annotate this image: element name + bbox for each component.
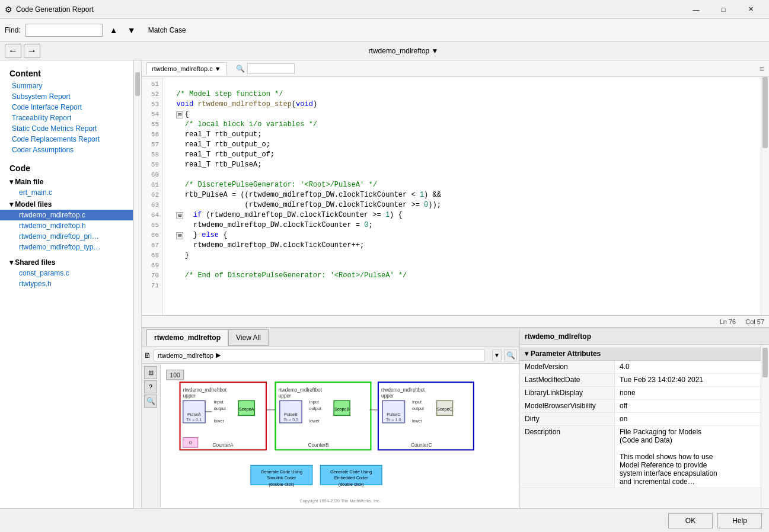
sidebar-scroll-thumb[interactable] <box>135 72 140 96</box>
code-search-icon: 🔍 <box>236 65 245 73</box>
sidebar-item-summary[interactable]: Summary <box>0 81 133 91</box>
svg-text:output: output <box>309 406 321 411</box>
prop-row-modelversion: ModelVersion 4.0 <box>520 361 761 374</box>
sidebar-item-rtwdemo-pri[interactable]: rtwdemo_mdlreftop_pri… <box>0 231 133 242</box>
sidebar-item-rtwdemo-typ[interactable]: rtwdemo_mdlreftop_typ… <box>0 242 133 252</box>
prop-section-header[interactable]: ▾ Parameter Attributes <box>520 347 761 361</box>
minimize-button[interactable]: — <box>682 0 710 19</box>
sidebar-item-static-metrics[interactable]: Static Code Metrics Report <box>0 123 133 134</box>
properties-scroll-thumb[interactable] <box>762 348 768 377</box>
bottom-panel: rtwdemo_mdlreftop View All 🗎 rtwdemo_mdl… <box>142 328 769 508</box>
svg-text:Simulink Coder: Simulink Coder <box>267 475 296 480</box>
file-tab-label: rtwdemo_mdlreftop.c ▼ <box>152 65 221 72</box>
code-line-70: /* End of DiscretePulseGenerator: '<Root… <box>168 271 756 281</box>
code-line-62: rtb_PulseA = ((rtwdemo_mdlreftop_DW.cloc… <box>168 190 756 200</box>
code-line-67: rtwdemo_mdlreftop_DW.clockTickCounter++; <box>168 241 756 251</box>
prop-row-description: Description File Packaging for Models (C… <box>520 426 761 488</box>
svg-text:upper: upper <box>381 393 394 399</box>
model-path-display: rtwdemo_mdlreftop ▶ <box>154 350 485 361</box>
model-header: rtwdemo_mdlreftop View All <box>142 328 519 347</box>
model-zoom-button[interactable]: ? <box>144 380 157 393</box>
svg-text:(double-click): (double-click) <box>269 482 294 487</box>
maximize-button[interactable]: □ <box>710 0 737 19</box>
prop-row-lastmodified: LastModifiedDate Tue Feb 23 14:02:40 202… <box>520 374 761 387</box>
code-line-51 <box>168 79 756 89</box>
model-side-toolbar: ⊞ ? 🔍 <box>142 364 161 508</box>
main-layout: Content Summary Subsystem Report Code In… <box>0 60 769 508</box>
close-button[interactable]: ✕ <box>737 0 764 19</box>
forward-button[interactable]: → <box>24 44 40 58</box>
main-file-group[interactable]: ▾ Main file <box>0 175 133 187</box>
code-section-title: Code <box>0 160 133 175</box>
code-line-60 <box>168 170 756 180</box>
fold-icon-66[interactable]: ⊟ <box>176 232 183 239</box>
code-line-61: /* DiscretePulseGenerator: '<Root>/Pulse… <box>168 180 756 190</box>
code-line-53: void rtwdemo_mdlreftop_step(void) <box>168 100 756 110</box>
properties-scrollbar[interactable] <box>761 345 769 508</box>
prop-name-modelversion: ModelVersion <box>520 361 615 373</box>
fold-icon-64[interactable]: ⊟ <box>176 212 183 219</box>
code-header: rtwdemo_mdlreftop.c ▼ 🔍 ≡ <box>142 60 769 77</box>
sidebar-item-const-params[interactable]: const_params.c <box>0 268 133 278</box>
svg-text:Embedded Coder: Embedded Coder <box>334 475 368 480</box>
help-button[interactable]: Help <box>717 513 762 528</box>
code-line-58: real_T rtb_output_of; <box>168 150 756 160</box>
code-search-input[interactable] <box>247 63 295 74</box>
code-line-68: } <box>168 251 756 261</box>
model-tab-main[interactable]: rtwdemo_mdlreftop <box>146 329 228 346</box>
sidebar-item-rtwdemo-h[interactable]: rtwdemo_mdlreftop.h <box>0 220 133 231</box>
file-tab[interactable]: rtwdemo_mdlreftop.c ▼ <box>146 62 226 75</box>
sidebar-item-subsystem-report[interactable]: Subsystem Report <box>0 91 133 102</box>
find-input[interactable] <box>25 24 103 37</box>
sidebar-item-traceability[interactable]: Traceability Report <box>0 113 133 123</box>
code-line-63: (rtwdemo_mdlreftop_DW.clockTickCounter >… <box>168 200 756 210</box>
sidebar-item-coder-assumptions[interactable]: Coder Assumptions <box>0 145 133 155</box>
model-zoomin-button[interactable]: 🔍 <box>144 395 157 408</box>
svg-text:Generate Code Using: Generate Code Using <box>261 469 302 475</box>
sidebar-item-ert-main[interactable]: ert_main.c <box>0 187 133 198</box>
prop-name-modelbrowser: ModelBrowserVisibility <box>520 400 615 412</box>
sidebar-scrollbar[interactable] <box>133 60 142 508</box>
ok-button[interactable]: OK <box>668 513 713 528</box>
model-files-group[interactable]: ▾ Model files <box>0 198 133 210</box>
model-path-dropdown[interactable]: ▼ <box>492 350 502 361</box>
properties-panel: rtwdemo_mdlreftop ▾ Parameter Attributes… <box>520 328 769 508</box>
view-all-tab[interactable]: View All <box>228 329 269 346</box>
svg-text:upper: upper <box>279 393 291 399</box>
find-down-button[interactable]: ▼ <box>125 24 138 37</box>
sidebar-item-rtwtypes[interactable]: rtwtypes.h <box>0 278 133 289</box>
model-path-arrow: ▶ <box>216 351 221 359</box>
fold-icon-54[interactable]: ⊟ <box>176 111 183 118</box>
prop-value-lastmodified: Tue Feb 23 14:02:40 2021 <box>615 374 761 386</box>
toolbar: Find: ▲ ▼ Match Case <box>0 19 769 41</box>
find-up-button[interactable]: ▲ <box>107 24 120 37</box>
svg-text:upper: upper <box>183 393 196 399</box>
svg-text:CounterC: CounterC <box>411 442 432 448</box>
code-line-57: real_T rtb_output_o; <box>168 140 756 150</box>
sidebar-item-code-replacements[interactable]: Code Replacements Report <box>0 134 133 145</box>
back-button[interactable]: ← <box>5 44 21 58</box>
match-case-button[interactable]: Match Case <box>143 24 192 37</box>
code-options-button[interactable]: ≡ <box>760 64 764 73</box>
svg-text:output: output <box>214 406 226 411</box>
line-numbers: 51 52 53 54 55 56 57 58 59 60 61 62 63 6… <box>142 77 163 315</box>
model-search-button[interactable]: 🔍 <box>504 350 517 361</box>
window-title: Code Generation Report <box>16 5 682 14</box>
model-viewer: rtwdemo_mdlreftop View All 🗎 rtwdemo_mdl… <box>142 328 520 508</box>
model-fit-button[interactable]: ⊞ <box>144 366 157 379</box>
code-scroll-thumb[interactable] <box>762 77 768 148</box>
sidebar-item-rtwdemo-c[interactable]: rtwdemo_mdlreftop.c <box>0 210 133 220</box>
sidebar-item-code-interface[interactable]: Code Interface Report <box>0 102 133 113</box>
code-lines[interactable]: /* Model step function */ void rtwdemo_m… <box>163 77 761 315</box>
prop-row-modelbrowser: ModelBrowserVisibility off <box>520 400 761 413</box>
prop-value-modelbrowser: off <box>615 400 761 412</box>
model-canvas[interactable]: 100 rtwdemo_mdlreftbot upper PulseA Ts <box>161 364 519 508</box>
status-bar: Ln 76 Col 57 <box>142 315 769 327</box>
svg-text:lower: lower <box>412 418 423 424</box>
prop-name-description: Description <box>520 426 615 488</box>
code-line-64: ⊟ if (rtwdemo_mdlreftop_DW.clockTickCoun… <box>168 210 756 220</box>
code-scrollbar[interactable] <box>761 77 769 315</box>
svg-text:(double click): (double click) <box>339 482 364 487</box>
status-col: Col 57 <box>745 318 764 325</box>
shared-files-group[interactable]: ▾ Shared files <box>0 256 133 268</box>
